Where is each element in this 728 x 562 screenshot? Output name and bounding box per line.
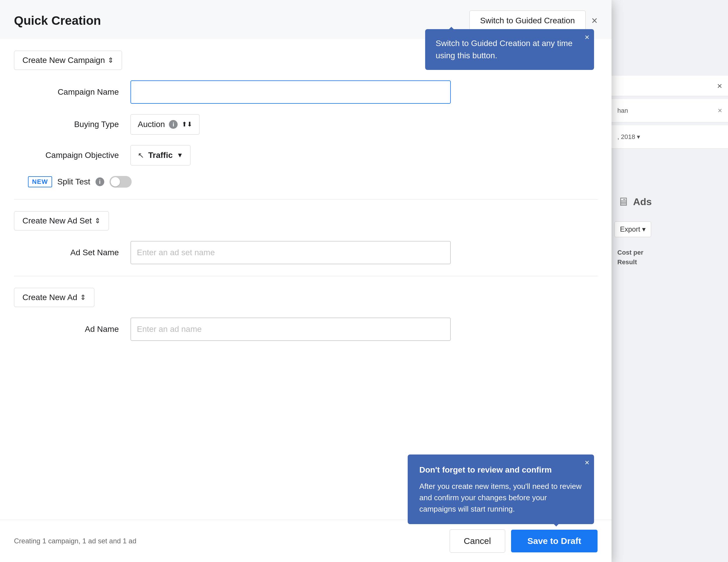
switch-guided-button[interactable]: Switch to Guided Creation bbox=[469, 10, 586, 31]
cursor-icon: ↖ bbox=[138, 151, 144, 160]
ad-name-row: Ad Name bbox=[14, 318, 598, 341]
split-test-label: Split Test bbox=[57, 177, 90, 186]
ad-section: Create New Ad ⇕ Ad Name bbox=[0, 276, 612, 353]
split-test-info-icon[interactable]: i bbox=[96, 177, 104, 186]
buying-type-select[interactable]: Auction i ⬆⬇ bbox=[130, 114, 199, 135]
campaign-objective-select[interactable]: ↖ Traffic ▼ bbox=[130, 145, 190, 165]
buying-type-chevron: ⬆⬇ bbox=[182, 121, 192, 128]
new-badge: NEW bbox=[28, 176, 52, 187]
panel-text-2: , 2018 ▾ bbox=[617, 133, 640, 141]
modal-footer: Creating 1 campaign, 1 ad set and 1 ad C… bbox=[0, 520, 612, 562]
buying-type-control: Auction i ⬆⬇ bbox=[130, 114, 598, 135]
modal-header-right: Switch to Guided Creation × bbox=[469, 10, 598, 31]
buying-type-info-icon[interactable]: i bbox=[169, 120, 178, 129]
footer-info-text: Creating 1 campaign, 1 ad set and 1 ad bbox=[14, 537, 136, 545]
tooltip-guided-text: Switch to Guided Creation at any time us… bbox=[436, 39, 572, 60]
modal-close-button[interactable]: × bbox=[591, 15, 598, 26]
buying-type-row: Buying Type Auction i ⬆⬇ bbox=[14, 114, 598, 135]
campaign-objective-control: ↖ Traffic ▼ bbox=[130, 145, 598, 165]
ad-sort-icon: ⇕ bbox=[80, 294, 86, 302]
campaign-name-row: Campaign Name bbox=[14, 80, 598, 104]
buying-type-value: Auction bbox=[138, 120, 165, 129]
modal-title: Quick Creation bbox=[14, 14, 101, 28]
split-test-toggle[interactable] bbox=[109, 176, 132, 188]
ad-set-sort-icon: ⇕ bbox=[95, 217, 100, 225]
toggle-thumb bbox=[111, 177, 120, 186]
tooltip-guided: × Switch to Guided Creation at any time … bbox=[425, 29, 594, 70]
tooltip-confirm-title: Don't forget to review and confirm bbox=[419, 464, 582, 476]
create-campaign-button[interactable]: Create New Campaign ⇕ bbox=[14, 51, 122, 70]
modal: Quick Creation Switch to Guided Creation… bbox=[0, 0, 612, 562]
ad-name-input[interactable] bbox=[130, 318, 451, 341]
toggle-track[interactable] bbox=[109, 176, 132, 188]
objective-value: Traffic bbox=[148, 151, 173, 160]
create-ad-set-button[interactable]: Create New Ad Set ⇕ bbox=[14, 211, 109, 230]
ad-name-control bbox=[130, 318, 598, 341]
monitor-icon: 🖥 bbox=[617, 195, 629, 208]
buying-type-label: Buying Type bbox=[14, 120, 130, 129]
export-button[interactable]: Export ▾ bbox=[614, 221, 651, 237]
modal-body: Create New Campaign ⇕ Campaign Name Buyi… bbox=[0, 39, 612, 520]
tooltip-confirm-close-button[interactable]: × bbox=[585, 458, 589, 467]
ad-set-section: Create New Ad Set ⇕ Ad Set Name bbox=[0, 199, 612, 276]
tooltip-confirm-body: After you create new items, you'll need … bbox=[419, 481, 582, 515]
campaign-name-control bbox=[130, 80, 598, 104]
panel-close-icon[interactable]: × bbox=[717, 81, 722, 91]
save-draft-button[interactable]: Save to Draft bbox=[511, 530, 598, 552]
cost-per-result-label: Cost perResult bbox=[617, 249, 643, 266]
create-ad-button[interactable]: Create New Ad ⇕ bbox=[14, 288, 94, 307]
footer-buttons: Cancel Save to Draft bbox=[450, 529, 598, 553]
panel-close-2[interactable]: × bbox=[718, 106, 722, 115]
bg-panel-strip: × han × , 2018 ▾ 🖥 Ads Export ▾ Cost per… bbox=[612, 0, 728, 562]
split-test-row: NEW Split Test i bbox=[14, 176, 598, 188]
sort-icon: ⇕ bbox=[108, 56, 114, 64]
ad-set-name-input[interactable] bbox=[130, 241, 451, 264]
ad-set-name-control bbox=[130, 241, 598, 264]
ad-set-name-row: Ad Set Name bbox=[14, 241, 598, 264]
campaign-objective-label: Campaign Objective bbox=[14, 151, 130, 160]
ads-label: Ads bbox=[633, 196, 652, 207]
tooltip-confirm: × Don't forget to review and confirm Aft… bbox=[408, 455, 594, 524]
cancel-button[interactable]: Cancel bbox=[450, 529, 505, 553]
modal-header: Quick Creation Switch to Guided Creation… bbox=[0, 0, 612, 39]
tooltip-guided-close-button[interactable]: × bbox=[585, 33, 589, 42]
ad-set-name-label: Ad Set Name bbox=[14, 248, 130, 257]
objective-chevron: ▼ bbox=[177, 151, 183, 159]
ad-name-label: Ad Name bbox=[14, 325, 130, 334]
panel-text-1: han bbox=[617, 107, 628, 114]
campaign-name-label: Campaign Name bbox=[14, 87, 130, 97]
campaign-objective-row: Campaign Objective ↖ Traffic ▼ bbox=[14, 145, 598, 165]
campaign-name-input[interactable] bbox=[130, 80, 451, 104]
